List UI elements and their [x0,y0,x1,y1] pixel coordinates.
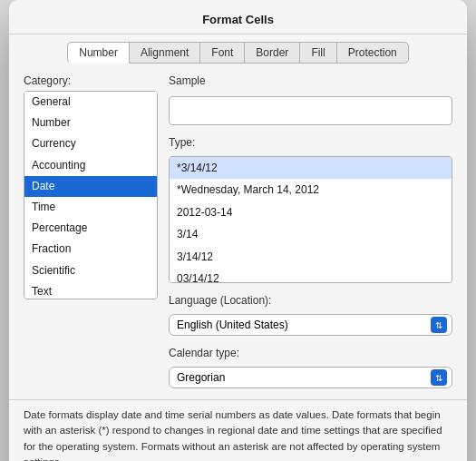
tab-alignment[interactable]: Alignment [129,42,200,64]
tab-bar: Number Alignment Font Border Fill Protec… [9,34,467,64]
type-item-0[interactable]: *3/14/12 [170,157,452,179]
category-time[interactable]: Time [24,197,157,218]
tab-border[interactable]: Border [244,42,300,64]
category-text[interactable]: Text [24,281,157,299]
tab-font[interactable]: Font [199,42,245,64]
category-currency[interactable]: Currency [24,133,157,154]
category-percentage[interactable]: Percentage [24,218,157,239]
dialog-title: Format Cells [9,0,467,34]
tab-protection[interactable]: Protection [336,42,409,64]
type-item-5[interactable]: 03/14/12 [170,268,452,283]
description-text: Date formats display date and time seria… [9,399,467,461]
category-fraction[interactable]: Fraction [24,239,157,260]
tab-fill[interactable]: Fill [299,42,336,64]
left-panel: Category: General Number Currency Accoun… [24,74,158,388]
type-item-2[interactable]: 2012-03-14 [170,201,452,223]
format-cells-dialog: Format Cells Number Alignment Font Borde… [9,0,467,461]
category-accounting[interactable]: Accounting [24,155,157,176]
calendar-label: Calendar type: [169,347,452,359]
type-item-1[interactable]: *Wednesday, March 14, 2012 [170,179,452,201]
type-item-3[interactable]: 3/14 [170,223,452,245]
category-number[interactable]: Number [24,113,157,133]
type-list[interactable]: *3/14/12 *Wednesday, March 14, 2012 2012… [169,156,452,283]
language-dropdown-wrapper: English (United States) [169,314,452,336]
category-scientific[interactable]: Scientific [24,260,157,281]
main-content: Category: General Number Currency Accoun… [9,64,467,399]
type-item-4[interactable]: 3/14/12 [170,246,452,268]
sample-label: Sample [169,74,452,87]
tab-number[interactable]: Number [67,42,130,64]
category-list[interactable]: General Number Currency Accounting Date … [24,91,158,299]
language-label: Language (Location): [169,294,452,307]
language-dropdown[interactable]: English (United States) [169,314,452,336]
sample-box [169,96,452,125]
calendar-dropdown-wrapper: Gregorian [169,367,452,388]
category-general[interactable]: General [24,92,157,113]
type-label: Type: [169,136,452,149]
calendar-dropdown[interactable]: Gregorian [169,367,452,388]
right-panel: Sample Type: *3/14/12 *Wednesday, March … [169,74,452,388]
category-label: Category: [24,74,158,87]
category-date[interactable]: Date [24,176,157,197]
